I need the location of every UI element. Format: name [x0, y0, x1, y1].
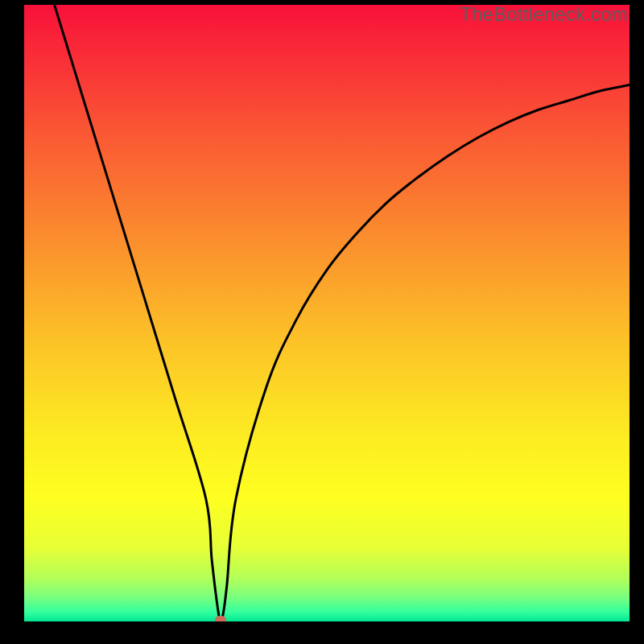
minimum-marker [215, 616, 226, 621]
bottleneck-curve [24, 5, 630, 621]
plot-area [24, 5, 630, 621]
figure-frame: TheBottleneck.com [0, 0, 644, 644]
watermark-text: TheBottleneck.com [460, 3, 628, 26]
